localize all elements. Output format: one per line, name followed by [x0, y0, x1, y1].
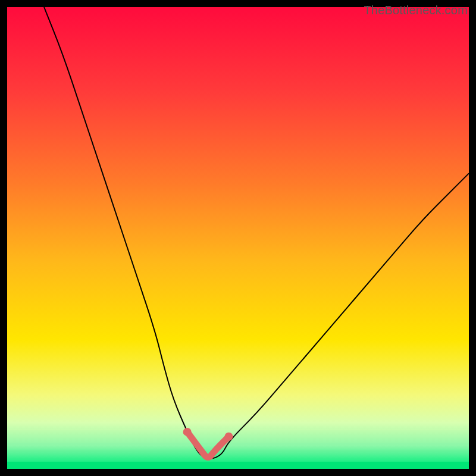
chart-svg — [7, 7, 469, 469]
highlight-dot-right — [224, 433, 233, 441]
gradient-background — [7, 7, 469, 469]
baseline-strip — [7, 462, 469, 469]
watermark-text: TheBottleneck.com — [364, 4, 468, 17]
highlight-dot-left — [183, 428, 192, 436]
plot-area — [7, 7, 469, 469]
chart-frame: TheBottleneck.com — [0, 0, 476, 476]
